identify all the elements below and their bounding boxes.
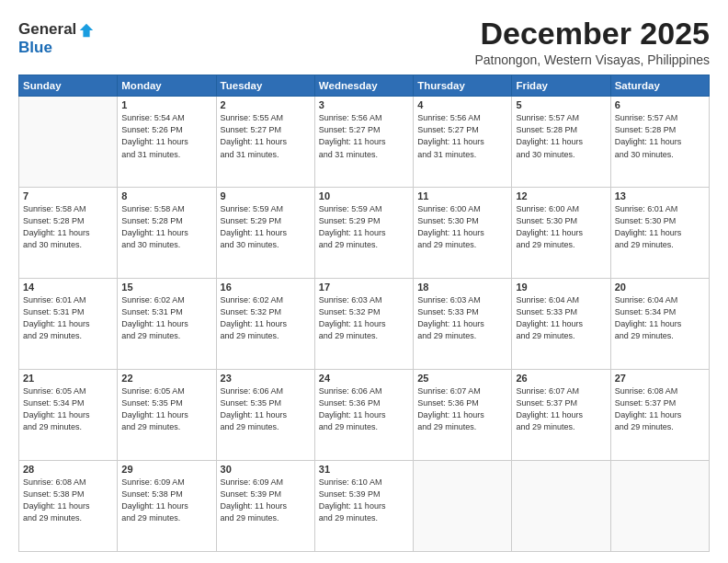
day-number: 24	[319, 373, 409, 384]
col-wednesday: Wednesday	[314, 75, 413, 97]
calendar-cell: 30Sunrise: 6:09 AMSunset: 5:39 PMDayligh…	[216, 461, 314, 552]
day-number: 20	[615, 282, 705, 293]
cell-info: Sunrise: 5:56 AMSunset: 5:27 PMDaylight:…	[417, 112, 507, 160]
col-thursday: Thursday	[414, 75, 512, 97]
calendar-cell: 28Sunrise: 6:08 AMSunset: 5:38 PMDayligh…	[19, 461, 118, 552]
day-number: 6	[615, 99, 705, 110]
day-number: 14	[23, 282, 113, 293]
day-number: 13	[615, 190, 705, 201]
cell-info: Sunrise: 6:01 AMSunset: 5:31 PMDaylight:…	[23, 294, 113, 342]
cell-info: Sunrise: 6:05 AMSunset: 5:34 PMDaylight:…	[23, 385, 113, 433]
cell-info: Sunrise: 6:10 AMSunset: 5:39 PMDaylight:…	[319, 477, 409, 524]
day-number: 9	[221, 190, 311, 201]
cell-info: Sunrise: 5:56 AMSunset: 5:27 PMDaylight:…	[319, 112, 409, 160]
calendar-cell: 24Sunrise: 6:06 AMSunset: 5:36 PMDayligh…	[314, 370, 413, 461]
calendar-cell: 7Sunrise: 5:58 AMSunset: 5:28 PMDaylight…	[19, 188, 118, 279]
calendar-cell: 23Sunrise: 6:06 AMSunset: 5:35 PMDayligh…	[216, 370, 314, 461]
calendar-cell: 4Sunrise: 5:56 AMSunset: 5:27 PMDaylight…	[414, 97, 512, 188]
col-tuesday: Tuesday	[216, 75, 314, 97]
day-number: 3	[319, 99, 409, 110]
calendar-cell: 3Sunrise: 5:56 AMSunset: 5:27 PMDaylight…	[314, 97, 413, 188]
calendar-cell	[610, 461, 709, 552]
cell-info: Sunrise: 5:59 AMSunset: 5:29 PMDaylight:…	[221, 203, 311, 251]
day-number: 4	[417, 99, 507, 110]
cell-info: Sunrise: 6:00 AMSunset: 5:30 PMDaylight:…	[516, 203, 606, 251]
day-number: 15	[121, 282, 211, 293]
cell-info: Sunrise: 6:07 AMSunset: 5:37 PMDaylight:…	[516, 385, 606, 433]
cell-info: Sunrise: 6:03 AMSunset: 5:33 PMDaylight:…	[417, 294, 507, 342]
calendar-cell: 18Sunrise: 6:03 AMSunset: 5:33 PMDayligh…	[414, 279, 512, 370]
calendar-cell: 8Sunrise: 5:58 AMSunset: 5:28 PMDaylight…	[118, 188, 216, 279]
calendar-cell	[414, 461, 512, 552]
calendar-week-2: 7Sunrise: 5:58 AMSunset: 5:28 PMDaylight…	[19, 188, 710, 279]
cell-info: Sunrise: 5:54 AMSunset: 5:26 PMDaylight:…	[121, 112, 211, 160]
calendar-cell: 6Sunrise: 5:57 AMSunset: 5:28 PMDaylight…	[610, 97, 709, 188]
day-number: 19	[516, 282, 606, 293]
calendar-week-5: 28Sunrise: 6:08 AMSunset: 5:38 PMDayligh…	[19, 461, 710, 552]
cell-info: Sunrise: 6:03 AMSunset: 5:32 PMDaylight:…	[319, 294, 409, 342]
day-number: 7	[23, 190, 113, 201]
day-number: 23	[221, 373, 311, 384]
day-number: 1	[121, 99, 211, 110]
calendar-cell	[19, 97, 118, 188]
cell-info: Sunrise: 5:55 AMSunset: 5:27 PMDaylight:…	[221, 112, 311, 160]
cell-info: Sunrise: 6:06 AMSunset: 5:35 PMDaylight:…	[221, 385, 311, 433]
calendar-cell: 5Sunrise: 5:57 AMSunset: 5:28 PMDaylight…	[512, 97, 610, 188]
cell-info: Sunrise: 6:08 AMSunset: 5:37 PMDaylight:…	[615, 385, 705, 433]
cell-info: Sunrise: 6:02 AMSunset: 5:32 PMDaylight:…	[221, 294, 311, 342]
cell-info: Sunrise: 5:58 AMSunset: 5:28 PMDaylight:…	[121, 203, 211, 251]
calendar-cell: 26Sunrise: 6:07 AMSunset: 5:37 PMDayligh…	[512, 370, 610, 461]
cell-info: Sunrise: 6:07 AMSunset: 5:36 PMDaylight:…	[417, 385, 507, 433]
cell-info: Sunrise: 6:04 AMSunset: 5:33 PMDaylight:…	[516, 294, 606, 342]
calendar-cell: 21Sunrise: 6:05 AMSunset: 5:34 PMDayligh…	[19, 370, 118, 461]
day-number: 16	[221, 282, 311, 293]
day-number: 30	[221, 464, 311, 475]
col-friday: Friday	[512, 75, 610, 97]
calendar-cell: 29Sunrise: 6:09 AMSunset: 5:38 PMDayligh…	[118, 461, 216, 552]
calendar-week-1: 1Sunrise: 5:54 AMSunset: 5:26 PMDaylight…	[19, 97, 710, 188]
day-number: 29	[121, 464, 211, 475]
day-number: 8	[121, 190, 211, 201]
col-monday: Monday	[118, 75, 216, 97]
calendar-cell: 14Sunrise: 6:01 AMSunset: 5:31 PMDayligh…	[19, 279, 118, 370]
cell-info: Sunrise: 6:02 AMSunset: 5:31 PMDaylight:…	[121, 294, 211, 342]
svg-marker-0	[80, 23, 93, 36]
calendar-week-3: 14Sunrise: 6:01 AMSunset: 5:31 PMDayligh…	[19, 279, 710, 370]
calendar-cell: 9Sunrise: 5:59 AMSunset: 5:29 PMDaylight…	[216, 188, 314, 279]
day-number: 2	[221, 99, 311, 110]
day-number: 27	[615, 373, 705, 384]
col-sunday: Sunday	[19, 75, 118, 97]
day-number: 21	[23, 373, 113, 384]
calendar-cell: 17Sunrise: 6:03 AMSunset: 5:32 PMDayligh…	[314, 279, 413, 370]
day-number: 31	[319, 464, 409, 475]
calendar-cell: 1Sunrise: 5:54 AMSunset: 5:26 PMDaylight…	[118, 97, 216, 188]
calendar-cell: 13Sunrise: 6:01 AMSunset: 5:30 PMDayligh…	[610, 188, 709, 279]
cell-info: Sunrise: 6:08 AMSunset: 5:38 PMDaylight:…	[23, 477, 113, 524]
cell-info: Sunrise: 5:57 AMSunset: 5:28 PMDaylight:…	[615, 112, 705, 160]
calendar-cell: 19Sunrise: 6:04 AMSunset: 5:33 PMDayligh…	[512, 279, 610, 370]
cell-info: Sunrise: 5:57 AMSunset: 5:28 PMDaylight:…	[516, 112, 606, 160]
cell-info: Sunrise: 5:58 AMSunset: 5:28 PMDaylight:…	[23, 203, 113, 251]
cell-info: Sunrise: 6:06 AMSunset: 5:36 PMDaylight:…	[319, 385, 409, 433]
title-section: December 2025 Patnongon, Western Visayas…	[474, 17, 710, 67]
calendar-cell: 2Sunrise: 5:55 AMSunset: 5:27 PMDaylight…	[216, 97, 314, 188]
day-number: 25	[417, 373, 507, 384]
calendar-cell: 16Sunrise: 6:02 AMSunset: 5:32 PMDayligh…	[216, 279, 314, 370]
cell-info: Sunrise: 6:04 AMSunset: 5:34 PMDaylight:…	[615, 294, 705, 342]
cell-info: Sunrise: 5:59 AMSunset: 5:29 PMDaylight:…	[319, 203, 409, 251]
calendar-cell: 11Sunrise: 6:00 AMSunset: 5:30 PMDayligh…	[414, 188, 512, 279]
day-number: 26	[516, 373, 606, 384]
cell-info: Sunrise: 6:01 AMSunset: 5:30 PMDaylight:…	[615, 203, 705, 251]
cell-info: Sunrise: 6:00 AMSunset: 5:30 PMDaylight:…	[417, 203, 507, 251]
calendar-cell: 22Sunrise: 6:05 AMSunset: 5:35 PMDayligh…	[118, 370, 216, 461]
calendar-cell: 31Sunrise: 6:10 AMSunset: 5:39 PMDayligh…	[314, 461, 413, 552]
header-row: Sunday Monday Tuesday Wednesday Thursday…	[19, 75, 710, 97]
header: General Blue December 2025 Patnongon, We…	[18, 17, 710, 67]
calendar-cell: 27Sunrise: 6:08 AMSunset: 5:37 PMDayligh…	[610, 370, 709, 461]
day-number: 12	[516, 190, 606, 201]
calendar-cell: 12Sunrise: 6:00 AMSunset: 5:30 PMDayligh…	[512, 188, 610, 279]
cell-info: Sunrise: 6:05 AMSunset: 5:35 PMDaylight:…	[121, 385, 211, 433]
location: Patnongon, Western Visayas, Philippines	[474, 52, 710, 67]
calendar-cell	[512, 461, 610, 552]
day-number: 11	[417, 190, 507, 201]
